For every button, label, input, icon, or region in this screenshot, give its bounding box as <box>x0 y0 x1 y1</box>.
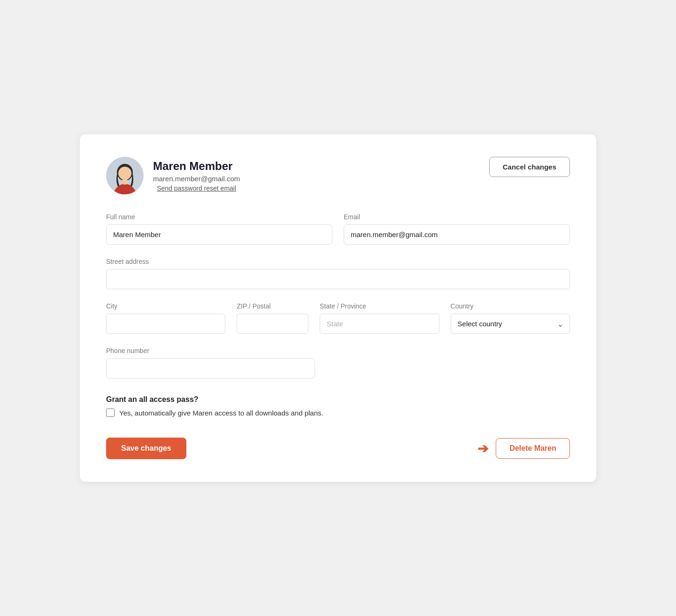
zip-group: ZIP / Postal <box>237 302 308 334</box>
actions-row: Save changes ➔ Delete Maren <box>106 438 570 459</box>
cancel-changes-button[interactable]: Cancel changes <box>489 157 570 177</box>
svg-point-1 <box>118 167 131 180</box>
grant-access-section: Grant an all access pass? Yes, automatic… <box>106 395 570 417</box>
phone-input[interactable] <box>106 358 315 378</box>
state-label: State / Province <box>320 302 439 310</box>
save-changes-button[interactable]: Save changes <box>106 438 186 459</box>
street-group: Street address <box>106 258 570 289</box>
state-input[interactable] <box>320 314 439 334</box>
email-group: Email <box>344 213 570 245</box>
location-row: City ZIP / Postal State / Province Count… <box>106 302 570 334</box>
edit-form: Full name Email Street address City ZIP … <box>106 213 570 459</box>
user-info: Maren Member maren.member@gmail.com Send… <box>106 157 240 194</box>
avatar <box>106 157 144 194</box>
street-label: Street address <box>106 258 570 265</box>
country-group: Country Select country United States Can… <box>451 302 570 334</box>
card-header: Maren Member maren.member@gmail.com Send… <box>106 157 570 194</box>
user-email: maren.member@gmail.com <box>153 175 240 183</box>
country-select[interactable]: Select country United States Canada Unit… <box>451 314 570 334</box>
street-input[interactable] <box>106 269 570 289</box>
name-email-row: Full name Email <box>106 213 570 245</box>
full-name-label: Full name <box>106 213 332 221</box>
user-details: Maren Member maren.member@gmail.com Send… <box>153 160 240 192</box>
email-label: Email <box>344 213 570 221</box>
city-input[interactable] <box>106 314 225 334</box>
delete-user-button[interactable]: Delete Maren <box>496 438 570 459</box>
reset-password-link[interactable]: Send password reset email <box>153 185 240 192</box>
delete-section: ➔ Delete Maren <box>477 438 570 459</box>
grant-checkbox-label[interactable]: Yes, automatically give Maren access to … <box>119 409 323 417</box>
profile-edit-card: Maren Member maren.member@gmail.com Send… <box>80 134 596 482</box>
city-label: City <box>106 302 225 310</box>
grant-checkbox-row: Yes, automatically give Maren access to … <box>106 408 570 417</box>
zip-input[interactable] <box>237 314 308 334</box>
zip-label: ZIP / Postal <box>237 302 308 310</box>
svg-rect-2 <box>122 179 128 185</box>
user-name: Maren Member <box>153 160 240 173</box>
country-select-wrapper: Select country United States Canada Unit… <box>451 314 570 334</box>
full-name-group: Full name <box>106 213 332 245</box>
arrow-right-icon: ➔ <box>477 441 488 456</box>
grant-checkbox[interactable] <box>106 408 115 417</box>
phone-group: Phone number <box>106 347 315 378</box>
city-group: City <box>106 302 225 334</box>
grant-title: Grant an all access pass? <box>106 395 570 404</box>
country-label: Country <box>451 302 570 310</box>
state-group: State / Province <box>320 302 439 334</box>
full-name-input[interactable] <box>106 224 332 245</box>
phone-label: Phone number <box>106 347 315 354</box>
email-input[interactable] <box>344 224 570 245</box>
